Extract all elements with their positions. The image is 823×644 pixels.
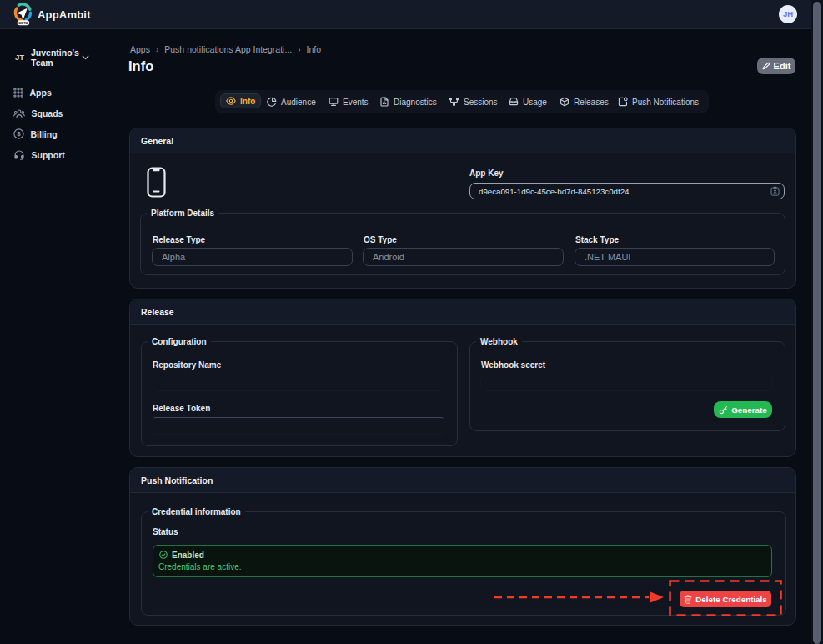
svg-text:$: $ bbox=[17, 130, 21, 138]
svg-text:BETA: BETA bbox=[18, 20, 28, 24]
